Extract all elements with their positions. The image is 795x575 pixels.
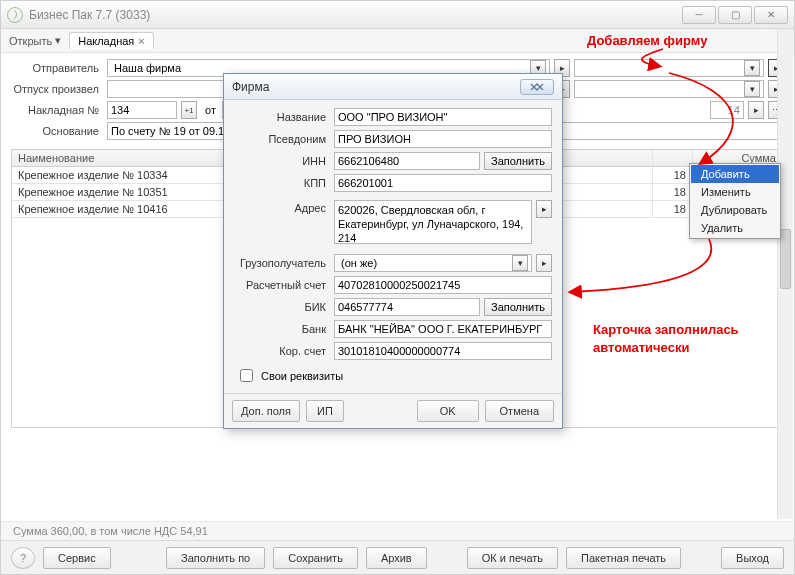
vertical-scrollbar[interactable]	[777, 29, 793, 519]
own-details-input[interactable]	[240, 369, 253, 382]
account-input[interactable]	[334, 276, 552, 294]
own-details-label: Свои реквизиты	[261, 370, 343, 382]
kpp-label: КПП	[234, 177, 330, 189]
ip-button[interactable]: ИП	[306, 400, 344, 422]
close-button[interactable]: ✕	[754, 6, 788, 24]
bik-input[interactable]	[334, 298, 480, 316]
own-details-checkbox[interactable]: Свои реквизиты	[236, 366, 552, 385]
addr-more-button[interactable]: ▸	[536, 200, 552, 218]
inn-label: ИНН	[234, 155, 330, 167]
fill-by-button[interactable]: Заполнить по	[166, 547, 265, 569]
scrollbar-thumb[interactable]	[780, 229, 791, 289]
corr-label: Кор. счет	[234, 345, 330, 357]
service-button[interactable]: Сервис	[43, 547, 111, 569]
ok-print-button[interactable]: ОК и печать	[467, 547, 558, 569]
app-title: Бизнес Пак 7.7 (3033)	[29, 8, 150, 22]
alias-label: Псевдоним	[234, 133, 330, 145]
account-label: Расчетный счет	[234, 279, 330, 291]
context-menu: Добавить Изменить Дублировать Удалить	[689, 163, 781, 239]
positions-count[interactable]	[710, 101, 744, 119]
positions-more-button[interactable]: ▸	[748, 101, 764, 119]
menu-delete[interactable]: Удалить	[691, 219, 779, 237]
col-qty[interactable]	[653, 150, 693, 166]
tab-invoice[interactable]: Накладная ×	[69, 32, 154, 49]
recipient-input[interactable]	[578, 60, 744, 76]
bank-input[interactable]	[334, 320, 552, 338]
via-combo[interactable]: ▾	[574, 80, 764, 98]
chevron-down-icon: ▾	[55, 34, 61, 47]
consignee-more-button[interactable]: ▸	[536, 254, 552, 272]
archive-button[interactable]: Архив	[366, 547, 427, 569]
title-bar: Бизнес Пак 7.7 (3033) ─ ▢ ✕	[1, 1, 794, 29]
tab-close-icon[interactable]: ×	[138, 35, 144, 47]
basis-label: Основание	[11, 125, 103, 137]
bik-label: БИК	[234, 301, 330, 313]
open-menu[interactable]: Открыть▾	[9, 34, 61, 47]
consignee-combo[interactable]: ▾	[334, 254, 532, 272]
inn-input[interactable]	[334, 152, 480, 170]
recipient-combo[interactable]: ▾	[574, 59, 764, 77]
firm-dialog: Фирма Название Псевдоним ИНН Заполнить К…	[223, 73, 563, 429]
addr-input[interactable]	[334, 200, 532, 244]
from-label: от	[205, 104, 216, 116]
chevron-down-icon[interactable]: ▾	[744, 81, 760, 97]
batch-print-button[interactable]: Пакетная печать	[566, 547, 681, 569]
invoice-inc-button[interactable]: +1	[181, 101, 197, 119]
bik-fill-button[interactable]: Заполнить	[484, 298, 552, 316]
chevron-down-icon[interactable]: ▾	[744, 60, 760, 76]
maximize-button[interactable]: ▢	[718, 6, 752, 24]
app-icon	[7, 7, 23, 23]
dialog-title: Фирма	[232, 80, 269, 94]
consignee-label: Грузополучатель	[234, 257, 330, 269]
corr-input[interactable]	[334, 342, 552, 360]
alias-input[interactable]	[334, 130, 552, 148]
invoice-no-label: Накладная №	[11, 104, 103, 116]
tab-label: Накладная	[78, 35, 134, 47]
sender-label: Отправитель	[11, 62, 103, 74]
name-input[interactable]	[334, 108, 552, 126]
kpp-input[interactable]	[334, 174, 552, 192]
consignee-input[interactable]	[338, 255, 512, 271]
status-bar: Сумма 360,00, в том числе НДС 54,91	[1, 521, 794, 540]
exit-button[interactable]: Выход	[721, 547, 784, 569]
help-icon[interactable]: ?	[11, 547, 35, 569]
addr-label: Адрес	[234, 200, 330, 214]
extra-fields-button[interactable]: Доп. поля	[232, 400, 300, 422]
minimize-button[interactable]: ─	[682, 6, 716, 24]
toolbar: Открыть▾ Накладная ×	[1, 29, 794, 53]
bottom-bar: ? Сервис Заполнить по Сохранить Архив ОК…	[1, 540, 794, 574]
menu-duplicate[interactable]: Дублировать	[691, 201, 779, 219]
via-input[interactable]	[578, 81, 744, 97]
inn-fill-button[interactable]: Заполнить	[484, 152, 552, 170]
ok-button[interactable]: OK	[417, 400, 479, 422]
chevron-down-icon[interactable]: ▾	[512, 255, 528, 271]
invoice-no-input[interactable]	[107, 101, 177, 119]
bank-label: Банк	[234, 323, 330, 335]
dialog-close-button[interactable]	[520, 79, 554, 95]
name-label: Название	[234, 111, 330, 123]
menu-edit[interactable]: Изменить	[691, 183, 779, 201]
save-button[interactable]: Сохранить	[273, 547, 358, 569]
dialog-title-bar[interactable]: Фирма	[224, 74, 562, 100]
cancel-button[interactable]: Отмена	[485, 400, 554, 422]
menu-add[interactable]: Добавить	[691, 165, 779, 183]
release-label: Отпуск произвел	[11, 83, 103, 95]
